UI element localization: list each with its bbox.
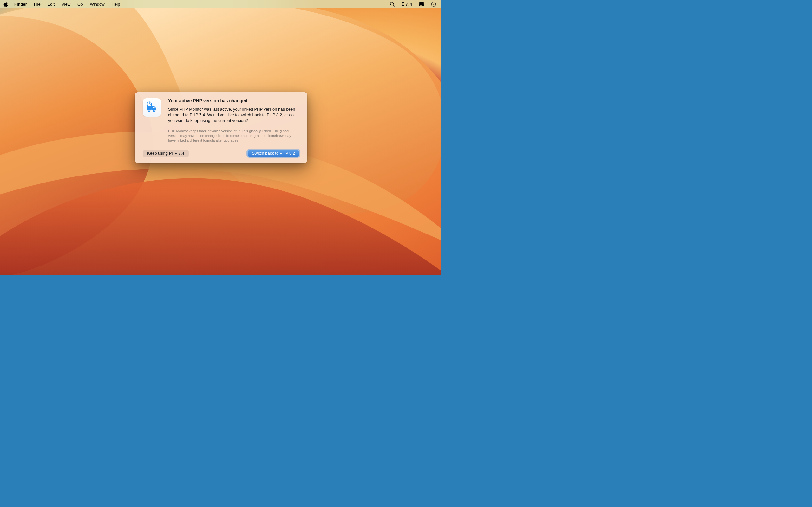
dialog-informative-text: PHP Monitor keeps track of which version… (168, 129, 299, 143)
svg-point-16 (148, 110, 150, 111)
dialog-message: Since PHP Monitor was last active, your … (168, 107, 299, 124)
svg-point-18 (154, 110, 155, 111)
svg-text:7: 7 (433, 3, 435, 6)
alert-dialog: Your active PHP version has changed. Sin… (135, 92, 307, 163)
svg-rect-6 (403, 4, 404, 4)
php-monitor-menubar-icon[interactable]: 7.4 (400, 0, 414, 8)
php-version-text: 7.4 (405, 2, 412, 7)
svg-point-3 (402, 4, 403, 5)
svg-rect-5 (403, 2, 404, 3)
svg-point-4 (402, 5, 403, 6)
menu-go[interactable]: Go (74, 0, 86, 8)
keep-current-button[interactable]: Keep using PHP 7.4 (143, 150, 189, 157)
svg-point-2 (402, 2, 403, 3)
dialog-title: Your active PHP version has changed. (168, 98, 299, 103)
svg-point-11 (422, 5, 423, 6)
svg-rect-7 (403, 5, 404, 6)
control-center-icon[interactable] (417, 0, 426, 8)
apple-menu-icon[interactable] (3, 0, 9, 8)
menu-help[interactable]: Help (108, 0, 124, 8)
phpmon-app-icon (143, 98, 161, 117)
svg-line-1 (393, 5, 394, 6)
svg-point-9 (420, 3, 421, 3)
spotlight-icon[interactable] (388, 0, 397, 8)
menu-file[interactable]: File (31, 0, 44, 8)
svg-line-22 (149, 104, 150, 104)
menubar: Finder File Edit View Go Window Help 7.4… (0, 0, 441, 8)
menu-view[interactable]: View (58, 0, 74, 8)
notification-center-icon[interactable]: 7 (429, 0, 438, 8)
switch-back-button[interactable]: Switch back to PHP 8.2 (247, 150, 299, 157)
menu-window[interactable]: Window (86, 0, 108, 8)
menu-edit[interactable]: Edit (44, 0, 58, 8)
menu-app-name[interactable]: Finder (11, 0, 31, 8)
